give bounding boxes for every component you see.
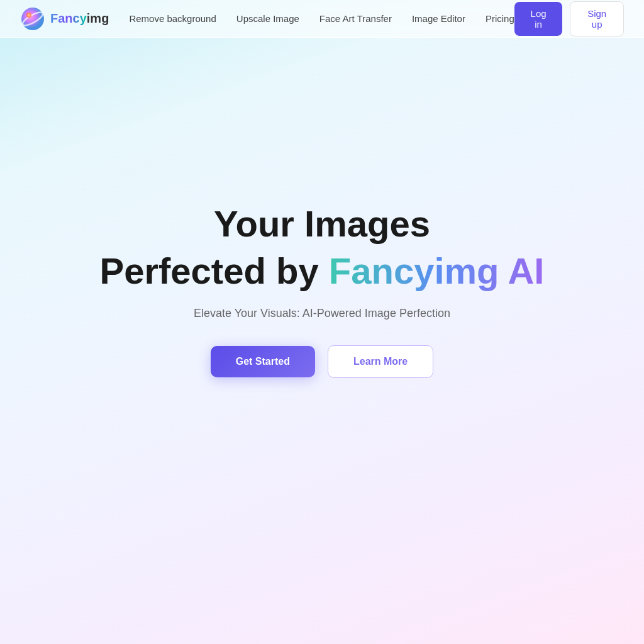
hero-brand-gradient: Fancyimg AI bbox=[329, 250, 545, 291]
hero-buttons: Get Started Learn More bbox=[211, 345, 434, 378]
logo-link[interactable]: Fancyimg bbox=[20, 6, 109, 31]
nav-actions: Log in Sign up bbox=[514, 1, 624, 36]
login-button[interactable]: Log in bbox=[514, 2, 563, 36]
hero-title-line2: Perfected by Fancyimg AI bbox=[100, 250, 545, 292]
signup-button[interactable]: Sign up bbox=[570, 1, 624, 36]
learn-more-button[interactable]: Learn More bbox=[328, 345, 433, 378]
hero-subtitle: Elevate Your Visuals: AI-Powered Image P… bbox=[194, 307, 450, 320]
nav-links: Remove background Upscale Image Face Art… bbox=[129, 13, 514, 24]
logo-icon bbox=[20, 6, 45, 31]
nav-pricing[interactable]: Pricing bbox=[486, 13, 514, 24]
hero-section: Your Images Perfected by Fancyimg AI Ele… bbox=[0, 0, 644, 594]
logo-text: Fancyimg bbox=[50, 11, 109, 26]
svg-point-2 bbox=[26, 13, 31, 18]
navbar: Fancyimg Remove background Upscale Image… bbox=[0, 0, 644, 38]
hero-title-line1: Your Images bbox=[214, 203, 430, 245]
nav-face-art-transfer[interactable]: Face Art Transfer bbox=[319, 13, 392, 24]
nav-upscale-image[interactable]: Upscale Image bbox=[236, 13, 299, 24]
svg-point-0 bbox=[21, 8, 44, 30]
nav-image-editor[interactable]: Image Editor bbox=[412, 13, 465, 24]
nav-remove-background[interactable]: Remove background bbox=[129, 13, 216, 24]
get-started-button[interactable]: Get Started bbox=[211, 346, 315, 377]
